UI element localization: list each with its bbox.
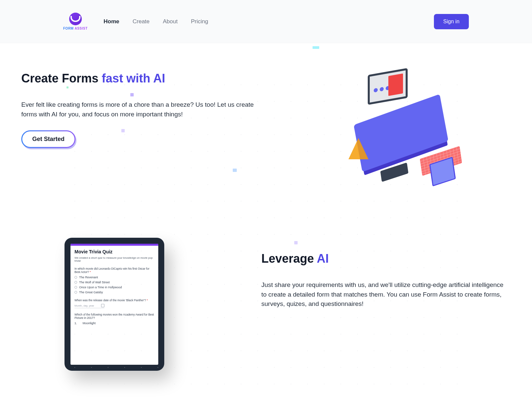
ordered-option: 1. Moonlight	[74, 322, 154, 325]
decorative-square	[313, 46, 319, 49]
section2-title-plain: Leverage	[261, 252, 317, 265]
section2-title-accent: AI	[317, 252, 329, 265]
nav-home[interactable]: Home	[104, 18, 119, 25]
radio-option: The Wolf of Wall Street	[74, 281, 154, 284]
signin-button[interactable]: Sign in	[434, 14, 469, 29]
form-subtitle: We created a short quiz to measure your …	[74, 256, 154, 262]
tablet-mockup: Movie Trivia Quiz We created a short qui…	[65, 238, 164, 371]
radio-icon	[74, 291, 77, 294]
radio-option: Once Upon a Time in Hollywood	[74, 286, 154, 289]
form-question-1: In which movie did Leonardo DiCaprio win…	[74, 267, 154, 294]
form-title: Movie Trivia Quiz	[74, 249, 154, 254]
leverage-section: Movie Trivia Quiz We created a short qui…	[21, 238, 511, 371]
section2-body: Just share your requirements with us, an…	[261, 280, 507, 309]
form-question-3: Which of the following movies won the Ac…	[74, 313, 154, 325]
site-header: FORM ASSIST Home Create About Pricing Si…	[0, 0, 532, 43]
section2-title: Leverage AI	[261, 252, 507, 266]
hero-illustration	[351, 68, 464, 181]
date-input: Month, day, year	[74, 304, 104, 308]
hero-title-plain: Create Forms	[21, 71, 102, 85]
hero-body: Ever felt like creating forms is more of…	[21, 100, 267, 119]
decorative-square	[294, 241, 298, 244]
main-content: Create Forms fast with AI Ever felt like…	[0, 43, 532, 399]
form-question-2: When was the release date of the movie '…	[74, 299, 154, 308]
nav-about[interactable]: About	[163, 18, 178, 25]
decorative-square	[130, 93, 134, 96]
hero-title-accent: fast with AI	[102, 71, 165, 85]
decorative-square	[121, 129, 125, 132]
radio-icon	[74, 276, 77, 279]
radio-option: The Revenant	[74, 276, 154, 279]
decorative-square	[233, 169, 237, 172]
get-started-button[interactable]: Get Started	[21, 130, 75, 148]
radio-icon	[74, 286, 77, 289]
get-started-label: Get Started	[22, 131, 74, 147]
nav-create[interactable]: Create	[133, 18, 150, 25]
calendar-icon	[101, 304, 104, 307]
brand-logo[interactable]: FORM ASSIST	[63, 13, 88, 30]
decorative-square	[66, 86, 68, 88]
hero-title: Create Forms fast with AI	[21, 71, 267, 85]
radio-option: The Great Gatsby	[74, 291, 154, 294]
logo-icon	[69, 13, 82, 25]
hero-section: Create Forms fast with AI Ever felt like…	[21, 71, 511, 181]
nav-pricing[interactable]: Pricing	[191, 18, 208, 25]
radio-icon	[74, 281, 77, 284]
top-nav: Home Create About Pricing	[104, 18, 208, 25]
logo-text: FORM ASSIST	[63, 27, 88, 30]
